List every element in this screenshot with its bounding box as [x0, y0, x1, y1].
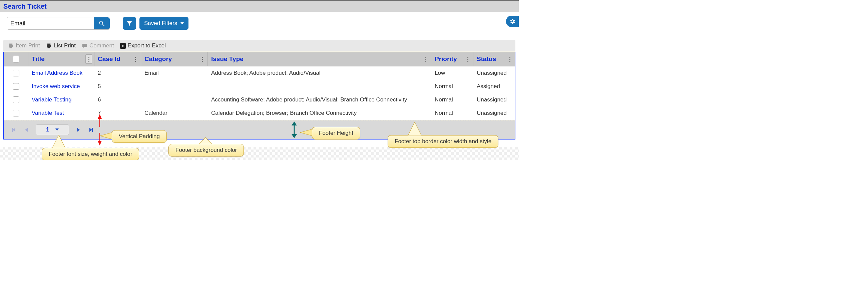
callout-vertical-padding: Vertical Padding	[112, 130, 167, 143]
saved-filters-label: Saved Filters	[144, 20, 177, 27]
row-issue-type: Calendar Delegation; Browser; Branch Off…	[208, 107, 431, 120]
table-row: Email Address Book2EmailAddress Book; Ad…	[4, 66, 515, 80]
list-print-button[interactable]: List Print	[46, 42, 76, 49]
page-title: Search Ticket	[3, 3, 47, 10]
column-menu-issue-type[interactable]	[422, 54, 429, 64]
row-status: Unassigned	[473, 93, 515, 107]
filter-button[interactable]	[123, 17, 136, 30]
export-excel-button[interactable]: x Export to Excel	[120, 42, 166, 49]
row-title-link[interactable]: Invoke web service	[28, 80, 94, 93]
svg-marker-14	[291, 121, 297, 125]
column-menu-priority[interactable]	[464, 54, 471, 64]
results-grid: Title Case Id Category Issue Type Priori…	[3, 52, 516, 140]
svg-marker-21	[52, 135, 65, 148]
callout-footer-border: Footer top border color width and style	[388, 135, 498, 148]
print-icon	[8, 43, 14, 49]
pager-current-page: 1	[46, 126, 50, 133]
kebab-icon	[509, 57, 510, 62]
chevron-left-icon	[25, 128, 28, 132]
funnel-icon	[126, 20, 132, 26]
row-issue-type: Accounting Software; Adobe product; Audi…	[208, 93, 431, 107]
svg-marker-18	[199, 138, 212, 144]
row-title-link[interactable]: Email Address Book	[28, 66, 94, 80]
column-header-issue-type[interactable]: Issue Type	[208, 52, 431, 66]
row-priority: Low	[431, 66, 473, 80]
pager-last-button[interactable]	[88, 126, 94, 133]
row-case-id: 2	[94, 66, 141, 80]
item-print-button[interactable]: Item Print	[8, 42, 40, 49]
pager-next-button[interactable]	[75, 126, 82, 133]
comment-button[interactable]: Comment	[82, 42, 114, 49]
row-checkbox[interactable]	[13, 96, 19, 103]
row-priority: Normal	[431, 80, 473, 93]
search-button[interactable]	[94, 17, 110, 29]
row-priority: Normal	[431, 107, 473, 120]
callout-tail	[100, 132, 112, 139]
column-menu-title[interactable]	[85, 54, 92, 64]
first-page-icon	[12, 128, 16, 132]
svg-rect-2	[10, 46, 12, 48]
table-row: Invoke web service5NormalAssigned	[4, 80, 515, 93]
row-checkbox[interactable]	[13, 110, 19, 116]
grid-header-row: Title Case Id Category Issue Type Priori…	[4, 52, 515, 66]
row-category	[141, 96, 208, 103]
column-header-category[interactable]: Category	[141, 52, 208, 66]
callout-footer-font: Footer font size, weight and color	[42, 148, 139, 160]
column-menu-category[interactable]	[199, 54, 206, 64]
panel-header: Search Ticket	[0, 0, 519, 12]
kebab-icon	[467, 57, 468, 62]
saved-filters-button[interactable]: Saved Filters	[140, 17, 188, 30]
column-header-case-id[interactable]: Case Id	[94, 52, 141, 66]
row-title-link[interactable]: Variable Test	[28, 107, 94, 120]
grid-toolbar: Item Print List Print Comment x Export t…	[3, 40, 516, 52]
search-box	[7, 17, 110, 30]
row-case-id: 5	[94, 80, 141, 93]
callout-footer-bg: Footer background color	[168, 144, 244, 156]
gear-icon	[509, 18, 516, 25]
column-menu-status[interactable]	[506, 54, 513, 64]
row-case-id: 7	[94, 107, 141, 120]
row-issue-type	[208, 83, 431, 90]
chevron-down-icon	[55, 128, 59, 131]
row-status: Unassigned	[473, 107, 515, 120]
kebab-icon	[135, 57, 136, 62]
settings-button[interactable]	[506, 16, 519, 27]
callout-tail	[52, 135, 65, 148]
callout-tail	[408, 122, 421, 136]
search-input[interactable]	[7, 17, 94, 29]
svg-marker-16	[291, 134, 297, 138]
row-title-link[interactable]: Variable Testing	[28, 93, 94, 107]
callout-footer-height: Footer Height	[312, 127, 360, 140]
column-header-priority[interactable]: Priority	[431, 52, 473, 66]
select-all-header[interactable]	[4, 52, 28, 66]
row-issue-type: Address Book; Adobe product; Audio/Visua…	[208, 66, 431, 80]
controls-row: Saved Filters	[0, 12, 519, 40]
row-category	[141, 83, 208, 90]
svg-marker-20	[408, 122, 421, 136]
svg-rect-5	[48, 46, 50, 48]
row-status: Assigned	[473, 80, 515, 93]
last-page-icon	[89, 128, 93, 132]
row-checkbox[interactable]	[13, 83, 19, 90]
pager-first-button[interactable]	[10, 126, 17, 133]
svg-point-9	[85, 45, 86, 46]
chevron-right-icon	[77, 128, 80, 132]
row-priority: Normal	[431, 93, 473, 107]
column-header-title[interactable]: Title	[28, 52, 94, 66]
table-row: Variable Test7CalendarCalendar Delegatio…	[4, 107, 515, 120]
comment-icon	[82, 43, 87, 49]
kebab-icon	[202, 57, 203, 62]
row-status: Unassigned	[473, 66, 515, 80]
pager-prev-button[interactable]	[23, 126, 30, 133]
chevron-down-icon	[181, 22, 184, 24]
column-header-status[interactable]: Status	[473, 52, 515, 66]
print-icon	[46, 43, 52, 49]
search-icon	[98, 20, 105, 27]
kebab-icon	[425, 57, 426, 62]
pager-page-select[interactable]: 1	[36, 124, 69, 135]
column-menu-case-id[interactable]	[132, 54, 139, 64]
row-checkbox[interactable]	[13, 70, 19, 77]
checkbox-icon	[13, 56, 19, 62]
row-category: Calendar	[141, 107, 208, 120]
callout-tail	[300, 129, 312, 136]
